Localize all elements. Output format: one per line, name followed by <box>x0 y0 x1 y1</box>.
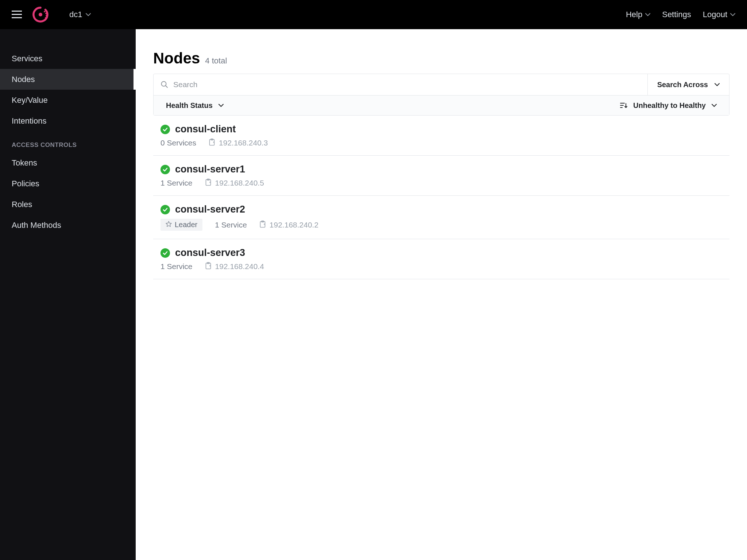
filter-row: Health Status Unhealthy to Healthy <box>154 96 729 115</box>
svg-point-4 <box>44 11 45 12</box>
header-right: Help Settings Logout <box>626 10 735 19</box>
settings-link[interactable]: Settings <box>662 10 691 19</box>
sidebar-item-roles[interactable]: Roles <box>0 194 136 215</box>
search-row: Search Across <box>154 74 729 96</box>
chevron-down-icon <box>712 104 717 107</box>
help-label: Help <box>626 10 642 19</box>
service-count: 1 Service <box>160 179 193 187</box>
service-count: 0 Services <box>160 139 196 147</box>
node-meta: 1 Service192.168.240.4 <box>160 262 725 271</box>
node-list: consul-client0 Services192.168.240.3cons… <box>153 116 729 279</box>
sidebar-item-authmethods[interactable]: Auth Methods <box>0 215 136 236</box>
node-row[interactable]: consul-client0 Services192.168.240.3 <box>153 116 729 156</box>
svg-rect-0 <box>12 11 22 12</box>
sort-icon <box>620 102 627 109</box>
node-meta: 1 Service192.168.240.5 <box>160 179 725 187</box>
sort-dropdown[interactable]: Unhealthy to Healthy <box>620 101 717 110</box>
consul-logo[interactable] <box>32 6 49 23</box>
node-meta: Leader1 Service192.168.240.2 <box>160 219 725 231</box>
sidebar-item-keyvalue[interactable]: Key/Value <box>0 90 136 110</box>
ip-group: 192.168.240.3 <box>209 139 268 147</box>
health-check-passing-icon <box>160 125 170 134</box>
logout-label: Logout <box>703 10 727 19</box>
logout-link[interactable]: Logout <box>703 10 735 19</box>
leader-label: Leader <box>175 221 197 229</box>
search-box[interactable] <box>154 74 648 95</box>
node-header: consul-server3 <box>160 247 725 258</box>
chevron-down-icon <box>218 104 224 107</box>
chevron-down-icon <box>86 13 91 16</box>
node-header: consul-client <box>160 124 725 135</box>
health-check-passing-icon <box>160 248 170 258</box>
node-name: consul-server2 <box>175 204 245 215</box>
node-name: consul-server1 <box>175 164 245 175</box>
service-count: 1 Service <box>215 221 247 229</box>
datacenter-label: dc1 <box>69 10 82 19</box>
star-icon <box>166 221 172 229</box>
hamburger-icon <box>12 11 22 19</box>
page-subtitle: 4 total <box>205 56 227 66</box>
leader-badge: Leader <box>160 219 202 231</box>
svg-rect-1 <box>12 14 22 15</box>
datacenter-selector[interactable]: dc1 <box>69 10 91 19</box>
chevron-down-icon <box>730 13 735 16</box>
ip-address: 192.168.240.2 <box>270 221 318 229</box>
ip-address: 192.168.240.4 <box>215 262 264 271</box>
svg-point-6 <box>46 15 47 16</box>
search-icon <box>161 81 168 88</box>
page-title-row: Nodes 4 total <box>153 50 729 67</box>
filter-container: Search Across Health Status Unhealthy to… <box>153 74 729 116</box>
main-content: Nodes 4 total Search Across Health Statu… <box>136 29 747 560</box>
chevron-down-icon <box>715 83 720 86</box>
chevron-down-icon <box>645 13 650 16</box>
clipboard-icon[interactable] <box>205 262 212 271</box>
settings-label: Settings <box>662 10 691 19</box>
svg-point-5 <box>45 13 47 14</box>
sidebar-item-nodes[interactable]: Nodes <box>0 69 136 90</box>
ip-group: 192.168.240.4 <box>205 262 264 271</box>
menu-toggle-button[interactable] <box>12 11 22 19</box>
ip-address: 192.168.240.5 <box>215 179 264 187</box>
ip-group: 192.168.240.2 <box>259 221 318 229</box>
sidebar-item-services[interactable]: Services <box>0 48 136 69</box>
clipboard-icon[interactable] <box>209 139 215 147</box>
sidebar-item-policies[interactable]: Policies <box>0 173 136 194</box>
node-name: consul-server3 <box>175 247 245 258</box>
sidebar: Services Nodes Key/Value Intentions ACCE… <box>0 29 136 560</box>
node-header: consul-server2 <box>160 204 725 215</box>
sidebar-item-intentions[interactable]: Intentions <box>0 110 136 131</box>
health-status-filter[interactable]: Health Status <box>166 101 224 110</box>
consul-logo-icon <box>32 6 49 23</box>
svg-rect-2 <box>12 17 22 18</box>
sidebar-item-tokens[interactable]: Tokens <box>0 152 136 173</box>
sort-label: Unhealthy to Healthy <box>633 101 706 110</box>
node-meta: 0 Services192.168.240.3 <box>160 139 725 147</box>
svg-point-3 <box>39 13 42 16</box>
page-title: Nodes <box>153 50 200 67</box>
health-check-passing-icon <box>160 165 170 174</box>
help-link[interactable]: Help <box>626 10 650 19</box>
sidebar-section-access-controls: ACCESS CONTROLS <box>0 131 136 152</box>
clipboard-icon[interactable] <box>205 179 212 187</box>
node-row[interactable]: consul-server31 Service192.168.240.4 <box>153 239 729 279</box>
search-input[interactable] <box>173 80 640 89</box>
top-header: dc1 Help Settings Logout <box>0 0 747 29</box>
svg-point-7 <box>45 17 46 19</box>
service-count: 1 Service <box>160 262 193 271</box>
clipboard-icon[interactable] <box>259 221 266 229</box>
search-across-label: Search Across <box>657 81 708 89</box>
ip-address: 192.168.240.3 <box>219 139 268 147</box>
node-name: consul-client <box>175 124 236 135</box>
node-row[interactable]: consul-server11 Service192.168.240.5 <box>153 156 729 196</box>
svg-line-9 <box>166 86 167 88</box>
node-header: consul-server1 <box>160 164 725 175</box>
health-status-label: Health Status <box>166 101 213 110</box>
node-row[interactable]: consul-server2Leader1 Service192.168.240… <box>153 196 729 239</box>
health-check-passing-icon <box>160 205 170 214</box>
ip-group: 192.168.240.5 <box>205 179 264 187</box>
header-left: dc1 <box>12 6 91 23</box>
search-across-dropdown[interactable]: Search Across <box>648 74 729 95</box>
